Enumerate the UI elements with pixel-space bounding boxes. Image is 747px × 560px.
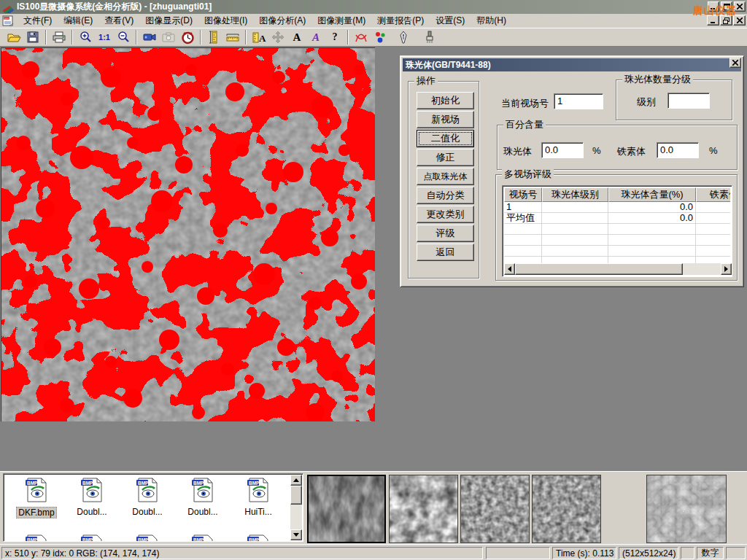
scroll-right-button[interactable]	[721, 263, 732, 275]
multi-field-group: 多视场评级 视场号 珠光体级别 珠光体含量(%) 铁素体 1 0.0	[495, 174, 738, 281]
actual-size-icon[interactable]: 1:1	[95, 29, 114, 45]
table-header-row: 视场号 珠光体级别 珠光体含量(%) 铁素体	[504, 187, 730, 202]
pen-icon[interactable]	[394, 29, 413, 45]
file-item[interactable]: BMP	[176, 534, 230, 542]
save-icon[interactable]	[23, 29, 42, 45]
thumbnail-5[interactable]	[646, 475, 727, 543]
file-name[interactable]: Doubl...	[186, 507, 219, 517]
metallographic-image[interactable]	[1, 47, 375, 421]
open-icon[interactable]	[4, 29, 23, 45]
menu-view[interactable]: 查看(V)	[98, 15, 139, 27]
brush-icon[interactable]	[420, 29, 439, 45]
scroll-down-button[interactable]	[290, 529, 302, 540]
caliper-icon[interactable]	[204, 29, 223, 45]
print-icon[interactable]	[50, 29, 69, 45]
table-row[interactable]: 1 0.0	[504, 202, 730, 213]
video-camera-icon[interactable]	[140, 29, 159, 45]
status-bar: x: 510 y: 79 idx: 0 RGB: (174, 174, 174)…	[0, 544, 747, 560]
menu-edit[interactable]: 编辑(E)	[58, 15, 98, 27]
menu-image-display[interactable]: 图像显示(D)	[139, 15, 198, 27]
file-item[interactable]: BMP	[120, 534, 174, 542]
scroll-left-button[interactable]	[504, 263, 515, 275]
menu-image-process[interactable]: 图像处理(I)	[198, 15, 253, 27]
file-item[interactable]: BMP	[231, 534, 285, 542]
minimize-button[interactable]	[708, 1, 719, 12]
status-empty-3	[726, 547, 746, 559]
file-item[interactable]: BMP Doubl...	[120, 477, 174, 517]
menu-settings[interactable]: 设置(S)	[430, 15, 471, 27]
scroll-up-button[interactable]	[290, 475, 302, 486]
menu-bar: DOC 文件(F) 编辑(E) 查看(V) 图像显示(D) 图像处理(I) 图像…	[0, 14, 747, 28]
mdi-restore-button[interactable]	[720, 15, 732, 26]
menu-image-analysis[interactable]: 图像分析(A)	[253, 15, 311, 27]
pearlite-value-input[interactable]: 0.0	[541, 142, 584, 158]
initialize-button[interactable]: 初始化	[417, 92, 474, 109]
file-item[interactable]: BMP DKF.bmp	[9, 477, 63, 518]
thumbnail-2[interactable]	[389, 475, 458, 543]
file-item[interactable]: BMP Doubl...	[176, 477, 230, 517]
help-icon[interactable]: ?	[325, 29, 344, 45]
current-field-input[interactable]: 1	[554, 93, 603, 109]
col-ferrite[interactable]: 铁素体	[696, 187, 730, 202]
dialog-close-button[interactable]	[729, 58, 741, 68]
menu-image-measure[interactable]: 图像测量(M)	[311, 15, 371, 27]
pick-pearlite-button[interactable]: 点取珠光体	[417, 168, 474, 185]
return-button[interactable]: 返回	[417, 244, 474, 261]
text-style-icon[interactable]: A	[306, 29, 325, 45]
dialog-title-bar[interactable]: 珠光体(GB/T9441-88)	[403, 58, 741, 71]
file-name[interactable]: DKF.bmp	[16, 507, 56, 518]
level-input[interactable]	[667, 93, 710, 109]
file-name[interactable]: Doubl...	[131, 507, 163, 517]
correct-button[interactable]: 修正	[417, 149, 474, 166]
change-category-button[interactable]: 更改类别	[417, 206, 474, 223]
new-field-button[interactable]: 新视场	[417, 111, 474, 128]
col-pearlite-content[interactable]: 珠光体含量(%)	[608, 187, 696, 202]
svg-text:A: A	[259, 33, 266, 44]
grade-button[interactable]: 评级	[417, 225, 474, 242]
col-field-number[interactable]: 视场号	[504, 187, 542, 202]
multi-field-group-label: 多视场评级	[502, 169, 554, 179]
thumbnail-3[interactable]	[460, 475, 530, 543]
close-button[interactable]	[734, 1, 746, 12]
menu-file[interactable]: 文件(F)	[18, 15, 58, 27]
move-icon[interactable]	[268, 29, 287, 45]
file-item[interactable]: BMP HuiTi...	[231, 477, 285, 517]
timer-icon[interactable]	[178, 29, 197, 45]
file-name[interactable]: Doubl...	[75, 507, 108, 517]
svg-text:BMP: BMP	[138, 481, 149, 486]
zoom-out-icon[interactable]	[114, 29, 133, 45]
thumbnail-4[interactable]	[532, 475, 601, 543]
scrollbar-thumb[interactable]	[515, 263, 683, 275]
mdi-close-button[interactable]	[733, 15, 746, 26]
camera-icon[interactable]	[159, 29, 178, 45]
dialog-title: 珠光体(GB/T9441-88)	[406, 59, 491, 71]
app-logo-icon	[1, 1, 15, 13]
menu-measure-report[interactable]: 测量报告(P)	[371, 15, 430, 27]
file-item[interactable]: BMP Doubl...	[65, 477, 119, 517]
table-horizontal-scrollbar[interactable]	[504, 263, 732, 275]
file-list-scrollbar[interactable]	[290, 475, 302, 540]
table-row[interactable]: 平均值 0.0	[504, 213, 730, 224]
mdi-minimize-button[interactable]	[707, 15, 719, 26]
binarize-button[interactable]: 二值化	[417, 130, 474, 147]
menu-help[interactable]: 帮助(H)	[471, 15, 512, 27]
maximize-button[interactable]	[721, 1, 732, 12]
classify-dots-icon[interactable]	[371, 29, 390, 45]
text-icon[interactable]: A	[287, 29, 306, 45]
ferrite-value-input[interactable]: 0.0	[657, 142, 699, 158]
auto-classify-button[interactable]: 自动分类	[417, 187, 474, 204]
file-item[interactable]: BMP	[9, 534, 63, 542]
file-item[interactable]: BMP	[65, 534, 119, 542]
file-browser[interactable]: BMP DKF.bmp BMP Doubl...	[3, 473, 303, 542]
rating-table[interactable]: 视场号 珠光体级别 珠光体含量(%) 铁素体 1 0.0 平均值	[502, 185, 732, 277]
font-measure-icon[interactable]: A	[249, 29, 268, 45]
pearlite-percent-sign: %	[592, 145, 601, 156]
scrollbar-thumb[interactable]	[290, 486, 302, 505]
col-pearlite-grade[interactable]: 珠光体级别	[542, 187, 608, 202]
zoom-in-icon[interactable]	[76, 29, 95, 45]
table-row-empty	[504, 235, 730, 246]
calibration-curve-icon[interactable]	[352, 29, 371, 45]
thumbnail-1[interactable]	[307, 475, 386, 543]
file-name[interactable]: HuiTi...	[243, 507, 274, 517]
ruler-icon[interactable]	[223, 29, 242, 45]
